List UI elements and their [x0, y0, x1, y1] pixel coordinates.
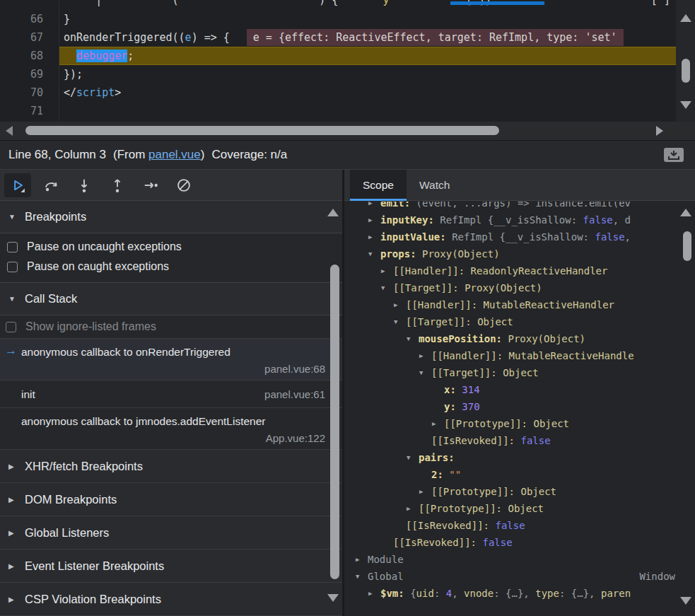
scrollbar-thumb[interactable] — [330, 265, 339, 579]
scope-row[interactable]: ▼GlobalWindow — [344, 568, 695, 585]
chevron-right-icon[interactable]: ▶ — [8, 529, 17, 537]
call-stack-section-header[interactable]: ▼ Call Stack — [0, 283, 342, 315]
scrollbar-thumb[interactable] — [25, 126, 499, 135]
section-global-listeners[interactable]: ▶Global Listeners — [0, 516, 342, 550]
chevron-right-icon[interactable]: ▶ — [8, 562, 17, 570]
scope-row[interactable]: ▶[[Handler]]: MutableReactiveHandle — [344, 347, 695, 364]
scrollbar-thumb[interactable] — [682, 59, 690, 83]
scroll-up-icon[interactable] — [327, 209, 339, 216]
source-file-link[interactable]: panel.vue — [148, 148, 201, 162]
name-value-gap — [477, 296, 483, 313]
code-content[interactable]: debugger; — [59, 47, 676, 65]
chevron-down-icon[interactable]: ▼ — [368, 245, 380, 262]
dock-download-icon[interactable] — [661, 146, 687, 164]
frame-location[interactable]: App.vue:122 — [21, 430, 325, 446]
scope-property-name: pairs: — [419, 449, 455, 466]
scroll-up-icon[interactable] — [680, 14, 691, 22]
frame-location[interactable]: panel.vue:68 — [21, 361, 325, 377]
scrollbar-thumb[interactable] — [683, 231, 691, 261]
scope-row[interactable]: ▶[[Prototype]]: Object — [344, 415, 695, 432]
step-into-icon[interactable] — [71, 173, 98, 197]
line-number[interactable]: 68 — [0, 47, 59, 65]
scope-row[interactable]: ▼[[Target]]: Object — [344, 313, 695, 330]
chevron-down-icon[interactable]: ▼ — [381, 279, 393, 296]
scroll-up-icon[interactable] — [680, 209, 691, 216]
call-stack-frame[interactable]: anonymous callback to jmnodes.addEventLi… — [0, 408, 342, 450]
editor-horizontal-scrollbar[interactable] — [0, 122, 695, 140]
step-icon[interactable] — [137, 173, 164, 197]
chevron-down-icon[interactable]: ▼ — [407, 449, 419, 466]
scope-row[interactable]: ▼mousePosition: Proxy(Object) — [344, 330, 695, 347]
code-content[interactable] — [59, 102, 676, 120]
call-stack-frame[interactable]: initpanel.vue:61 — [0, 380, 342, 408]
line-number[interactable]: 66 — [0, 10, 59, 28]
code-content[interactable]: </script> — [59, 83, 676, 102]
scope-row[interactable]: ▶inputKey: RefImpl {__v_isShallow: false… — [344, 211, 695, 228]
code-content[interactable]: | ( ' ) { y ' [ ]) ' [ ] }), — [59, 0, 676, 10]
tab-watch[interactable]: Watch — [407, 170, 462, 201]
checkbox[interactable] — [7, 262, 18, 272]
tab-scope[interactable]: Scope — [350, 170, 407, 201]
frame-location[interactable]: panel.vue:61 — [264, 386, 325, 402]
line-number[interactable] — [0, 0, 59, 10]
chevron-right-icon[interactable]: ▶ — [407, 500, 419, 517]
chevron-right-icon[interactable]: ▶ — [8, 463, 17, 470]
chevron-down-icon[interactable]: ▼ — [8, 295, 17, 303]
chevron-down-icon[interactable]: ▼ — [419, 364, 431, 381]
scroll-down-icon[interactable] — [680, 101, 691, 109]
scope-row[interactable]: ▶$vm: {uid: 4, vnode: {…}, type: {…}, pa… — [344, 585, 695, 602]
chevron-right-icon[interactable]: ▶ — [419, 483, 431, 500]
scope-row[interactable]: ▶[[Handler]]: MutableReactiveHandler — [344, 296, 695, 313]
checkbox[interactable] — [7, 242, 18, 252]
chevron-right-icon[interactable]: ▶ — [8, 595, 17, 603]
chevron-right-icon[interactable]: ▶ — [394, 296, 406, 313]
line-number[interactable]: 71 — [0, 102, 59, 120]
scope-row[interactable]: ▶inputValue: RefImpl {__v_isShallow: fal… — [344, 228, 695, 245]
scope-row[interactable]: ▼[[Target]]: Proxy(Object) — [344, 279, 695, 296]
step-over-icon[interactable] — [37, 173, 64, 197]
section-dom-breakpoints[interactable]: ▶DOM Breakpoints — [0, 483, 342, 516]
checkbox[interactable] — [6, 322, 16, 332]
chevron-right-icon[interactable]: ▶ — [368, 202, 380, 211]
chevron-right-icon[interactable]: ▶ — [368, 211, 380, 228]
scroll-down-icon[interactable] — [327, 594, 339, 602]
scope-row[interactable]: ▼pairs: — [344, 449, 695, 466]
scope-row[interactable]: ▶Module — [344, 551, 695, 568]
scope-row[interactable]: ▶[[Handler]]: ReadonlyReactiveHandler — [344, 262, 695, 279]
chevron-right-icon[interactable]: ▶ — [419, 347, 431, 364]
line-number[interactable]: 70 — [0, 83, 59, 102]
line-number[interactable]: 69 — [0, 65, 59, 83]
chevron-down-icon[interactable]: ▼ — [356, 568, 368, 585]
scope-row[interactable]: ▼props: Proxy(Object) — [344, 245, 695, 262]
scope-row[interactable]: ▶[[Prototype]]: Object — [344, 483, 695, 500]
scope-row[interactable]: ▼[[Target]]: Object — [344, 364, 695, 381]
chevron-right-icon[interactable]: ▶ — [381, 262, 393, 279]
chevron-down-icon[interactable]: ▼ — [394, 313, 406, 330]
scope-row[interactable]: ▶emit: (event, ...args) => instance.emit… — [344, 202, 695, 211]
chevron-right-icon[interactable]: ▶ — [356, 551, 368, 568]
chevron-right-icon[interactable]: ▶ — [368, 585, 380, 602]
chevron-down-icon[interactable]: ▼ — [8, 213, 17, 221]
scroll-left-icon[interactable] — [6, 126, 13, 136]
scroll-down-icon[interactable] — [680, 597, 691, 605]
step-out-icon[interactable] — [104, 173, 131, 197]
code-content[interactable]: }); — [59, 65, 676, 83]
resume-icon[interactable] — [4, 173, 31, 197]
code-token: Object — [533, 415, 569, 432]
scope-row[interactable]: ▶[[Prototype]]: Object — [344, 500, 695, 517]
section-csp-violation-breakpoints[interactable]: ▶CSP Violation Breakpoints — [0, 583, 342, 616]
chevron-down-icon[interactable]: ▼ — [407, 330, 419, 347]
line-number[interactable]: 67 — [0, 28, 59, 47]
code-content[interactable]: onRenderTriggered((e) => {e = {effect: R… — [59, 28, 676, 47]
editor-vertical-scrollbar[interactable] — [676, 0, 695, 122]
section-event-listener-breakpoints[interactable]: ▶Event Listener Breakpoints — [0, 550, 342, 583]
code-content[interactable]: } — [59, 10, 676, 28]
breakpoints-section-header[interactable]: ▼ Breakpoints — [0, 201, 342, 233]
chevron-right-icon[interactable]: ▶ — [368, 228, 380, 245]
deactivate-breakpoints-icon[interactable] — [170, 173, 197, 197]
scroll-right-icon[interactable] — [656, 126, 663, 136]
section-xhr-fetch-breakpoints[interactable]: ▶XHR/fetch Breakpoints — [0, 450, 342, 483]
call-stack-frame[interactable]: →anonymous callback to onRenderTriggered… — [0, 339, 342, 380]
chevron-right-icon[interactable]: ▶ — [8, 496, 17, 504]
chevron-right-icon[interactable]: ▶ — [432, 415, 444, 432]
